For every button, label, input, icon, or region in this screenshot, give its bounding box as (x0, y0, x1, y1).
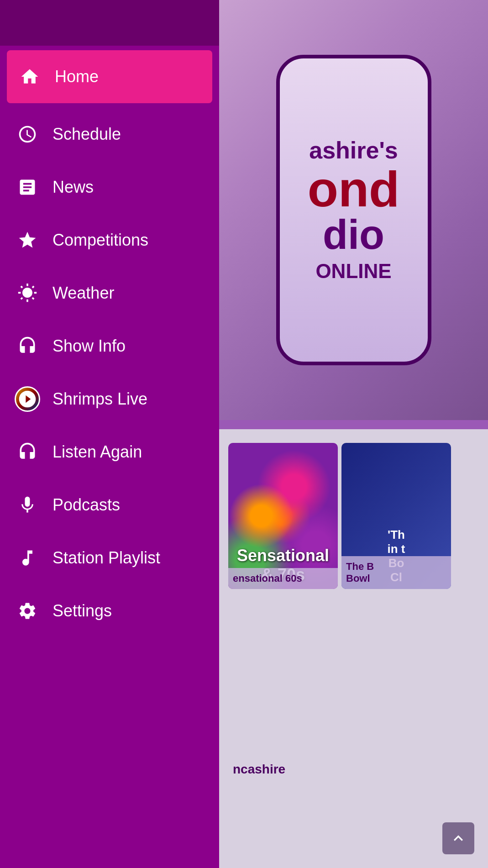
region-text: ncashire (233, 762, 285, 776)
card-60s-label: ensational 60s (228, 568, 338, 589)
sidebar-item-news[interactable]: News (0, 161, 219, 214)
card-60s-bg: Sensational& 70s (228, 443, 338, 589)
chevron-up-icon (449, 829, 467, 847)
mic-icon (14, 491, 41, 519)
podcasts-label: Podcasts (52, 495, 120, 515)
sidebar-item-station-playlist[interactable]: Station Playlist (0, 531, 219, 584)
sidebar-item-podcasts[interactable]: Podcasts (0, 479, 219, 531)
weather-label: Weather (52, 284, 114, 303)
right-panel: ashire's ond dio ONLINE Sensational& 70s… (219, 0, 488, 868)
star-icon (14, 226, 41, 254)
logo-text-1: ashire's (309, 137, 398, 163)
card-60s[interactable]: Sensational& 70s ensational 60s (228, 443, 338, 589)
card-bowl-title: The B (346, 561, 446, 573)
cards-area: Sensational& 70s ensational 60s 'Thin tB… (219, 429, 488, 868)
sidebar-item-settings[interactable]: Settings (0, 584, 219, 637)
sidebar-item-show-info[interactable]: Show Info (0, 320, 219, 373)
radio-logo-area: ashire's ond dio ONLINE (219, 0, 488, 420)
card-bowl-subtitle: Bowl (346, 573, 446, 584)
sidebar-item-shrimps-live[interactable]: Shrimps Live (0, 373, 219, 426)
sun-icon (14, 279, 41, 307)
music-icon (14, 544, 41, 572)
settings-label: Settings (52, 601, 112, 621)
show-info-label: Show Info (52, 337, 126, 356)
shrimps-live-label: Shrimps Live (52, 389, 147, 409)
home-icon (16, 63, 43, 90)
headphones2-icon (14, 438, 41, 466)
schedule-label: Schedule (52, 125, 121, 144)
shrimps-icon (14, 385, 41, 413)
clock-icon (14, 121, 41, 148)
sidebar-item-competitions[interactable]: Competitions (0, 214, 219, 267)
sidebar: Home Schedule News Competitions (0, 0, 219, 868)
competitions-label: Competitions (52, 231, 148, 250)
shrimps-badge (15, 386, 40, 412)
card-bowl-label: The B Bowl (341, 556, 451, 589)
logo-text-4: ONLINE (315, 260, 391, 283)
news-icon (14, 174, 41, 201)
bottom-region-label: ncashire (233, 762, 285, 777)
listen-again-label: Listen Again (52, 442, 142, 462)
news-label: News (52, 178, 94, 197)
logo-text-3: dio (323, 214, 384, 255)
sidebar-item-weather[interactable]: Weather (0, 267, 219, 320)
sidebar-header (0, 0, 219, 46)
card-60s-title: ensational 60s (233, 573, 333, 584)
home-label: Home (55, 67, 99, 86)
logo-text-2: ond (308, 164, 400, 214)
sidebar-item-listen-again[interactable]: Listen Again (0, 426, 219, 479)
headphones-icon (14, 332, 41, 360)
station-playlist-label: Station Playlist (52, 548, 160, 568)
sidebar-item-schedule[interactable]: Schedule (0, 108, 219, 161)
radio-logo-container: ashire's ond dio ONLINE (276, 55, 431, 365)
card-bowl[interactable]: 'Thin tBoCl The B Bowl (341, 443, 451, 589)
cards-row: Sensational& 70s ensational 60s 'Thin tB… (228, 443, 479, 589)
scroll-up-button[interactable] (442, 822, 474, 854)
sidebar-item-home[interactable]: Home (7, 50, 212, 103)
settings-icon (14, 597, 41, 625)
